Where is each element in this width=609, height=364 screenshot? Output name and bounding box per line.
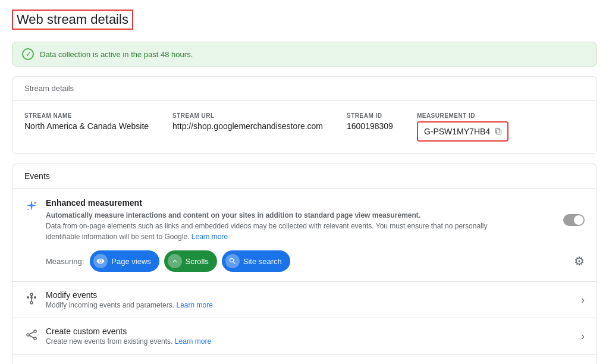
svg-line-8: [29, 332, 34, 334]
modify-events-learn-more[interactable]: Learn more: [176, 301, 212, 309]
banner-text: Data collection is active in the past 48…: [40, 50, 193, 59]
modify-events-desc: Modify incoming events and parameters. L…: [46, 301, 213, 309]
create-custom-text: Create custom events Create new events f…: [46, 327, 211, 346]
stream-name-value: North America & Canada Website: [24, 121, 149, 131]
stream-name-field: STREAM NAME North America & Canada Websi…: [24, 112, 149, 131]
enhanced-desc-main: Automatically measure interactions and c…: [46, 211, 420, 219]
enhanced-text-block: Enhanced measurement Automatically measu…: [46, 198, 522, 242]
modify-events-row[interactable]: Modify events Modify incoming events and…: [12, 282, 597, 318]
enhanced-header-left: Enhanced measurement Automatically measu…: [24, 198, 522, 242]
chip-site-search[interactable]: Site search: [222, 250, 290, 272]
sparkle-icon: [24, 199, 39, 214]
enhanced-measurement-toggle[interactable]: [563, 214, 585, 226]
create-custom-events-icon: [24, 328, 39, 342]
modify-events-text: Modify events Modify incoming events and…: [46, 290, 213, 309]
page-views-icon: [93, 254, 108, 268]
stream-details-card: Stream details STREAM NAME North America…: [12, 76, 597, 154]
stream-url-label: STREAM URL: [172, 112, 323, 119]
chip-scrolls[interactable]: Scrolls: [164, 250, 217, 272]
enhanced-title: Enhanced measurement: [46, 198, 522, 208]
stream-name-label: STREAM NAME: [24, 112, 149, 119]
measurement-id-box: G-PSW1MY7HB4 ⧉: [417, 121, 508, 142]
measuring-chips: Page views Scrolls: [90, 250, 290, 272]
measuring-row: Measuring: Page views: [24, 250, 585, 272]
svg-point-1: [27, 209, 29, 210]
measurement-id-label: MEASUREMENT ID: [417, 112, 508, 119]
copy-icon[interactable]: ⧉: [495, 126, 501, 137]
svg-point-5: [27, 334, 29, 336]
redact-data-row[interactable]: Redact data Prevent specific data from b…: [12, 354, 597, 364]
svg-point-7: [34, 337, 36, 340]
create-custom-learn-more[interactable]: Learn more: [175, 337, 211, 346]
stream-id-field: STREAM ID 1600198309: [347, 112, 393, 131]
scrolls-icon: [168, 254, 182, 268]
check-circle-icon: [22, 48, 34, 60]
events-header: Events: [12, 164, 597, 189]
measuring-left: Measuring: Page views: [46, 250, 290, 272]
site-search-icon: [225, 254, 240, 268]
modify-events-left: Modify events Modify incoming events and…: [24, 290, 213, 309]
svg-point-2: [30, 293, 33, 296]
chip-site-search-label: Site search: [243, 257, 282, 266]
modify-events-icon: [24, 291, 39, 306]
measuring-label: Measuring:: [46, 257, 84, 266]
create-custom-title: Create custom events: [46, 327, 211, 336]
svg-line-9: [29, 335, 34, 338]
chip-scrolls-label: Scrolls: [186, 257, 209, 266]
enhanced-learn-more[interactable]: Learn more: [192, 233, 228, 241]
enhanced-measurement-header: Enhanced measurement Automatically measu…: [24, 198, 585, 242]
svg-point-6: [34, 330, 36, 332]
enhanced-desc: Automatically measure interactions and c…: [46, 210, 522, 242]
active-collection-banner: Data collection is active in the past 48…: [12, 42, 597, 67]
create-custom-events-row[interactable]: Create custom events Create new events f…: [12, 318, 597, 354]
stream-url-value: http://shop.googlemerchandisestore.com: [172, 121, 323, 131]
create-custom-chevron: ›: [581, 330, 585, 343]
enhanced-desc-extra: Data from on-page elements such as links…: [46, 222, 487, 241]
create-custom-desc: Create new events from existing events. …: [46, 337, 211, 346]
stream-url-field: STREAM URL http://shop.googlemerchandise…: [172, 112, 323, 131]
stream-id-value: 1600198309: [347, 121, 393, 131]
create-custom-left: Create custom events Create new events f…: [24, 327, 211, 346]
enhanced-measurement-section: Enhanced measurement Automatically measu…: [12, 189, 597, 282]
svg-point-0: [34, 202, 36, 204]
stream-id-label: STREAM ID: [347, 112, 393, 119]
measurement-id-value: G-PSW1MY7HB4: [424, 127, 490, 136]
measurement-id-field: MEASUREMENT ID G-PSW1MY7HB4 ⧉: [417, 112, 508, 142]
chip-page-views[interactable]: Page views: [90, 250, 159, 272]
modify-events-chevron: ›: [581, 294, 585, 306]
stream-details-body: STREAM NAME North America & Canada Websi…: [12, 101, 597, 153]
stream-details-header: Stream details: [12, 77, 597, 101]
measuring-gear-icon[interactable]: ⚙: [574, 254, 585, 268]
page-title: Web stream details: [12, 10, 133, 30]
svg-point-3: [30, 302, 33, 304]
modify-events-title: Modify events: [46, 290, 213, 300]
events-card: Events Enhanced measurement Automaticall…: [12, 164, 597, 364]
chip-page-views-label: Page views: [111, 257, 150, 266]
